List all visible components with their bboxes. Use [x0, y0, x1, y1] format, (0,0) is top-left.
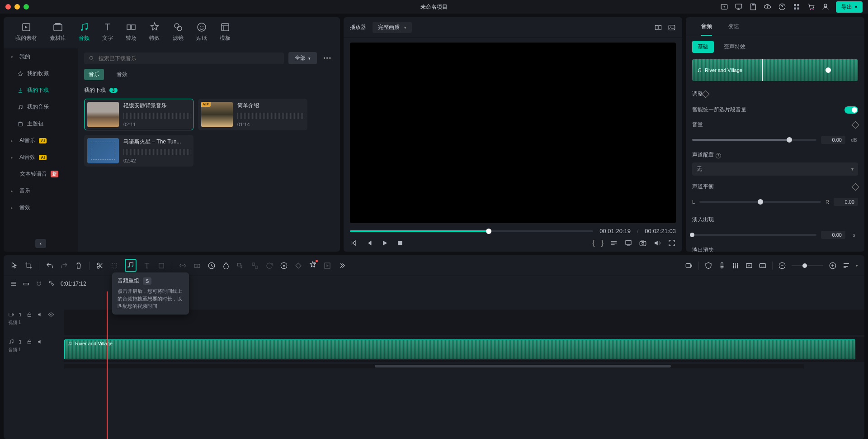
zoom-out-icon[interactable] [778, 262, 786, 270]
lock-icon[interactable] [26, 311, 33, 318]
subtab-basic[interactable]: 基础 [692, 41, 714, 53]
subtitle-icon[interactable] [759, 262, 767, 270]
minimize-window[interactable] [14, 4, 20, 10]
keyframe-icon[interactable] [852, 121, 859, 129]
zoom-fit-icon[interactable] [842, 262, 850, 270]
fadein-value[interactable]: 0.00 [821, 231, 845, 239]
volume-icon[interactable] [653, 239, 661, 247]
timeline-scrollbar[interactable] [64, 364, 804, 368]
filter-all[interactable]: 全部▾ [288, 52, 317, 64]
balance-value[interactable]: 0.00 [834, 198, 858, 206]
sidebar-ai-sfx[interactable]: ▸AI音效AI [4, 149, 78, 166]
lock-track-icon[interactable] [23, 280, 30, 287]
volume-slider[interactable] [692, 139, 816, 141]
sidebar-my[interactable]: ▾我的 [4, 48, 78, 65]
nav-audio[interactable]: 音频 [72, 19, 96, 45]
eye-icon[interactable] [48, 311, 54, 318]
media-card[interactable]: 轻缓安静背景音乐 02:11 [84, 99, 193, 130]
group-icon[interactable] [251, 262, 259, 270]
export-button[interactable]: 导出 [836, 1, 863, 13]
screenshot-icon[interactable] [720, 3, 728, 11]
tab-speed[interactable]: 变速 [720, 17, 747, 36]
media-card[interactable]: 简单介绍 01:14 [198, 99, 307, 130]
mark-out[interactable]: } [601, 239, 604, 247]
audio-stretch-tool[interactable] [125, 259, 137, 272]
crop-tool-icon[interactable] [110, 262, 118, 270]
sidebar-sfx[interactable]: ▸音效 [4, 199, 78, 216]
video-preview[interactable] [350, 43, 676, 223]
zoom-in-icon[interactable] [829, 262, 837, 270]
quality-select[interactable]: 完整画质▾ [373, 22, 412, 33]
subtab-sfx[interactable]: 音效 [112, 69, 132, 80]
snapshot-icon[interactable] [639, 239, 647, 247]
nav-effects[interactable]: 特效 [143, 19, 166, 45]
render-icon[interactable] [745, 262, 753, 270]
export-clip-icon[interactable] [323, 262, 331, 270]
nav-filters[interactable]: 滤镜 [166, 19, 190, 45]
adjust-icon[interactable] [193, 262, 201, 270]
record-icon[interactable] [685, 262, 693, 270]
subtab-music[interactable]: 音乐 [84, 69, 104, 80]
channel-select[interactable]: 无 [692, 162, 858, 176]
cloud-icon[interactable] [764, 3, 772, 11]
subtab-voicefx[interactable]: 变声特效 [718, 41, 751, 53]
ai-tool-icon[interactable] [309, 261, 317, 269]
play-icon[interactable] [381, 239, 389, 247]
keyframe-icon[interactable] [702, 90, 710, 98]
compare-icon[interactable] [654, 24, 662, 32]
detach-audio-icon[interactable] [236, 262, 245, 270]
audio-track-area[interactable]: River and Village [64, 337, 864, 362]
lock-icon[interactable] [26, 339, 33, 345]
keyframe-tool-icon[interactable] [294, 262, 302, 270]
media-card[interactable]: 马诺斯火星 – The Tun... 02:42 [84, 135, 193, 167]
sidebar-downloads[interactable]: 我的下载 [4, 82, 78, 99]
progress-bar[interactable] [350, 230, 593, 232]
audio-clip[interactable]: River and Village [64, 339, 855, 359]
mute-icon[interactable] [37, 311, 43, 318]
cart-icon[interactable] [807, 3, 815, 11]
more-tools-icon[interactable] [338, 262, 346, 270]
help-icon[interactable] [778, 3, 786, 11]
grid-icon[interactable] [793, 3, 801, 11]
wave-playhead[interactable] [826, 67, 831, 73]
shield-icon[interactable] [704, 262, 712, 270]
link-tracks-icon[interactable] [48, 280, 55, 287]
color-icon[interactable] [222, 262, 230, 270]
balance-slider[interactable] [699, 201, 821, 203]
sidebar-favs[interactable]: 我的收藏 [4, 65, 78, 82]
refresh-icon[interactable] [265, 262, 274, 270]
magnet-icon[interactable] [35, 280, 42, 287]
save-icon[interactable] [749, 3, 757, 11]
nav-stock[interactable]: 素材库 [43, 19, 72, 45]
undo-icon[interactable] [46, 262, 54, 270]
search-input[interactable] [99, 55, 279, 62]
sidebar-mymusic[interactable]: 我的音乐 [4, 99, 78, 115]
fullpreview-icon[interactable] [624, 239, 632, 247]
playhead[interactable] [107, 291, 108, 439]
split-icon[interactable] [96, 262, 104, 270]
smart-volume-toggle[interactable] [844, 106, 858, 114]
maximize-window[interactable] [24, 4, 29, 10]
monitor-icon[interactable] [735, 3, 743, 11]
nav-transition[interactable]: 转场 [119, 19, 143, 45]
keyframe-icon[interactable] [852, 183, 859, 191]
stop-icon[interactable] [396, 239, 404, 247]
picture-icon[interactable] [668, 24, 676, 32]
search-box[interactable] [84, 52, 284, 64]
nav-my-media[interactable]: 我的素材 [9, 19, 43, 45]
mixer-icon[interactable] [731, 262, 740, 270]
nav-text[interactable]: 文字 [96, 19, 119, 45]
sidebar-ai-music[interactable]: ▸AI音乐AI [4, 132, 78, 149]
crop-icon[interactable] [24, 262, 33, 270]
zoom-slider[interactable] [792, 265, 823, 266]
nav-templates[interactable]: 模板 [213, 19, 237, 45]
play-back-icon[interactable] [365, 239, 373, 247]
text-tool-icon[interactable] [143, 262, 151, 270]
list-icon[interactable] [610, 239, 618, 247]
crop-frame-icon[interactable] [157, 262, 165, 270]
mic-icon[interactable] [718, 262, 726, 270]
sidebar-music[interactable]: ▸音乐 [4, 182, 78, 199]
section-adjust[interactable]: 调整 [692, 86, 858, 102]
redo-icon[interactable] [60, 262, 68, 270]
more-options[interactable]: ••• [321, 55, 334, 62]
